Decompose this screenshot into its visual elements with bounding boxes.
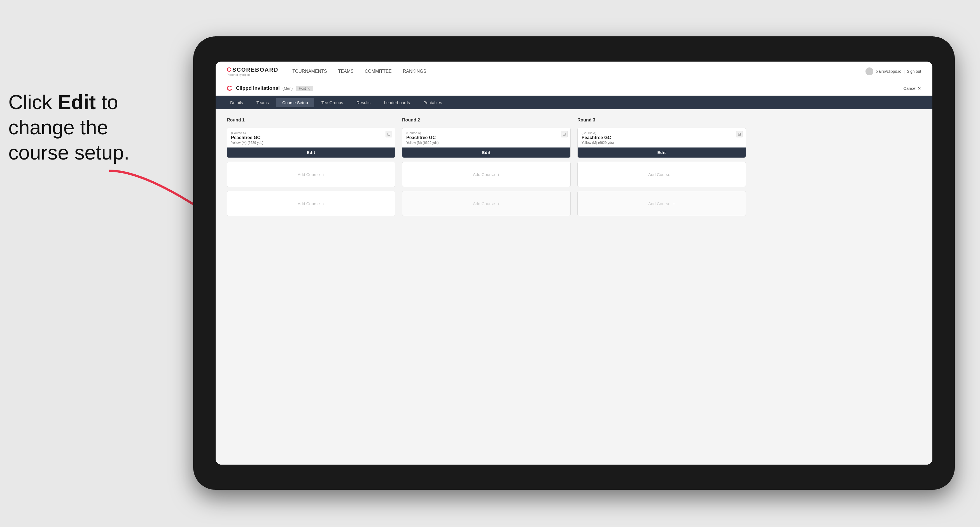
round-2-course-header: (Course A) Peachtree GC Yellow (M) (6629…	[402, 128, 570, 145]
round-2-course-card: (Course A) Peachtree GC Yellow (M) (6629…	[402, 128, 571, 158]
nav-rankings[interactable]: RANKINGS	[403, 68, 426, 75]
main-content: Round 1 (Course A) Peachtree GC Yellow (…	[216, 109, 932, 465]
tournament-bar: C Clippd Invitational (Men) Hosting Canc…	[216, 81, 932, 96]
round-1-course-details: Yellow (M) (6629 yds)	[231, 141, 391, 145]
tablet-device: C SCOREBOARD Powered by clippd TOURNAMEN…	[193, 37, 955, 490]
round-1-add-course-1[interactable]: Add Course +	[227, 162, 395, 187]
round-2-add-course-2-label: Add Course +	[473, 201, 500, 206]
user-email: blair@clippd.io	[875, 69, 901, 74]
round-2-course-name: Peachtree GC	[406, 135, 566, 140]
round-1-title: Round 1	[227, 117, 395, 122]
round-1-course-card: (Course A) Peachtree GC Yellow (M) (6629…	[227, 128, 395, 158]
round-1-course-label: (Course A)	[231, 131, 391, 135]
round-3-add-course-2-label: Add Course +	[648, 201, 675, 206]
round-2-add-course-1-label: Add Course +	[473, 172, 500, 177]
tablet-screen: C SCOREBOARD Powered by clippd TOURNAMEN…	[216, 62, 932, 465]
logo-c-icon: C	[227, 66, 231, 73]
top-navigation: C SCOREBOARD Powered by clippd TOURNAMEN…	[216, 62, 932, 81]
round-1-course-header: (Course A) Peachtree GC Yellow (M) (6629…	[227, 128, 395, 145]
round-3-delete-button[interactable]: ⊡	[736, 131, 743, 137]
round-2-title: Round 2	[402, 117, 571, 122]
round-3-add-course-1[interactable]: Add Course +	[578, 162, 746, 187]
round-4-column-empty	[752, 117, 921, 216]
round-3-column: Round 3 (Course A) Peachtree GC Yellow (…	[578, 117, 746, 216]
round-3-add-course-1-label: Add Course +	[648, 172, 675, 177]
round-3-title: Round 3	[578, 117, 746, 122]
logo-sub: Powered by clippd	[227, 73, 278, 76]
tab-tee-groups[interactable]: Tee Groups	[315, 98, 350, 107]
nav-teams[interactable]: TEAMS	[338, 68, 354, 75]
round-3-course-name: Peachtree GC	[582, 135, 742, 140]
round-1-course-name: Peachtree GC	[231, 135, 391, 140]
nav-right: blair@clippd.io | Sign out	[865, 67, 921, 75]
tournament-gender: (Men)	[283, 86, 293, 90]
tab-printables[interactable]: Printables	[417, 98, 448, 107]
round-3-edit-button[interactable]: Edit	[578, 148, 746, 157]
tournament-name: Clippd Invitational	[236, 85, 280, 91]
instruction-text: Click Edit tochange thecourse setup.	[8, 90, 171, 165]
round-1-delete-button[interactable]: ⊡	[385, 131, 392, 137]
round-2-delete-button[interactable]: ⊡	[561, 131, 568, 137]
tab-course-setup[interactable]: Course Setup	[276, 98, 314, 107]
round-3-course-details: Yellow (M) (6629 yds)	[582, 141, 742, 145]
round-1-add-course-1-label: Add Course +	[298, 172, 325, 177]
round-3-course-card: (Course A) Peachtree GC Yellow (M) (6629…	[578, 128, 746, 158]
nav-links: TOURNAMENTS TEAMS COMMITTEE RANKINGS	[292, 68, 865, 75]
round-2-column: Round 2 (Course A) Peachtree GC Yellow (…	[402, 117, 571, 216]
round-1-edit-button[interactable]: Edit	[227, 148, 395, 157]
round-2-course-details: Yellow (M) (6629 yds)	[406, 141, 566, 145]
instruction-prefix: Click	[8, 91, 58, 113]
cancel-button[interactable]: Cancel ✕	[903, 86, 921, 91]
round-3-course-label: (Course A)	[582, 131, 742, 135]
round-3-add-course-2: Add Course +	[578, 191, 746, 216]
round-2-add-course-1[interactable]: Add Course +	[402, 162, 571, 187]
sign-out-link[interactable]: Sign out	[907, 69, 921, 74]
instruction-bold: Edit	[58, 91, 96, 113]
hosting-badge: Hosting	[296, 86, 313, 91]
logo-scoreboard: SCOREBOARD	[232, 67, 278, 73]
tab-leaderboards[interactable]: Leaderboards	[378, 98, 416, 107]
divider: |	[904, 69, 905, 74]
round-1-add-course-2-label: Add Course +	[298, 201, 325, 206]
tab-teams[interactable]: Teams	[250, 98, 275, 107]
nav-tournaments[interactable]: TOURNAMENTS	[292, 68, 327, 75]
tabs-bar: Details Teams Course Setup Tee Groups Re…	[216, 96, 932, 109]
tournament-logo-icon: C	[227, 84, 232, 93]
user-avatar	[865, 67, 873, 75]
round-2-course-label: (Course A)	[406, 131, 566, 135]
tab-results[interactable]: Results	[350, 98, 377, 107]
nav-committee[interactable]: COMMITTEE	[365, 68, 392, 75]
round-3-course-header: (Course A) Peachtree GC Yellow (M) (6629…	[578, 128, 746, 145]
logo-area: C SCOREBOARD Powered by clippd	[227, 66, 278, 76]
round-1-add-course-2[interactable]: Add Course +	[227, 191, 395, 216]
rounds-grid: Round 1 (Course A) Peachtree GC Yellow (…	[227, 117, 921, 216]
tab-details[interactable]: Details	[224, 98, 249, 107]
round-2-edit-button[interactable]: Edit	[402, 148, 570, 157]
round-1-column: Round 1 (Course A) Peachtree GC Yellow (…	[227, 117, 395, 216]
round-2-add-course-2: Add Course +	[402, 191, 571, 216]
